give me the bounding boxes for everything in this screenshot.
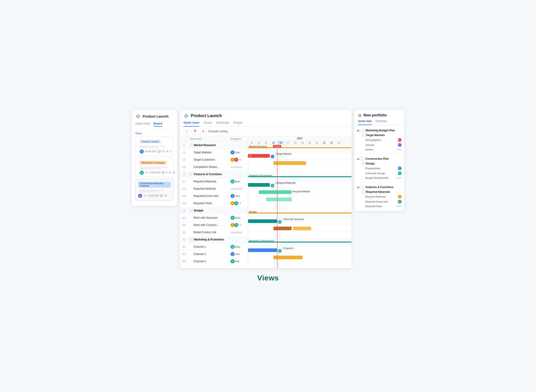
card-line-1b [140, 147, 158, 148]
chart-row-2-2: Required Method [248, 188, 352, 196]
gantt-row-2-4: 2.4 Required Team A B +2 [180, 200, 248, 207]
portfolio-tab-workload[interactable]: Workload [375, 120, 387, 125]
portfolio-icon: 🗂 [358, 113, 362, 117]
pf-icon-cp: 🗂 [357, 157, 359, 160]
design-dev-label: unas [397, 177, 402, 179]
day-14: 14 [263, 141, 270, 145]
card-footer-2: M +2 10.08.2020 💬 8 📎 10 [140, 171, 175, 175]
gantt-row-4-2: 4.2 Channel 2 J John [180, 251, 248, 258]
gantt-header: Product Launch ☆ Gantt chart Board Workl… [180, 110, 352, 127]
tab-board[interactable]: Board [204, 121, 212, 126]
pf-title-ff: Features & Functions [365, 186, 393, 189]
portfolio-tab-gantt[interactable]: Gantt view [358, 120, 372, 125]
expand-design[interactable]: − [362, 162, 365, 165]
avatar-wc-2: B [234, 223, 238, 227]
avatar-bar-rm: B [271, 183, 274, 188]
req-team-label: unas [397, 205, 402, 207]
pf-item-schematic: Schematic Design S [362, 171, 402, 176]
gantt-title-row: Product Launch ☆ [183, 113, 348, 119]
today-marker-label: Today [273, 145, 281, 148]
day-23: 23 [328, 141, 335, 145]
pf-section-mbp: 🗂 − Marketing Budget Plan − Target Marke… [354, 127, 404, 152]
gantt-row-4-3: 4.3 Channel 3 N Nick [180, 258, 248, 265]
expand-2[interactable]: − [190, 173, 193, 176]
chart-row-4-2 [248, 254, 352, 261]
section-label: Open [135, 132, 173, 135]
board-card-3[interactable]: Social Media Marketing Proposal S +2 10.… [135, 179, 173, 201]
avatar-bar-tm: J [271, 154, 274, 159]
main-container: Product Launch Gantt chart Board Open Pr… [132, 110, 404, 268]
bar-req-mat [248, 183, 270, 187]
chart-row-4-3 [248, 261, 352, 268]
avatar-john-1: J [230, 150, 234, 154]
divider-2 [354, 182, 404, 182]
label-ch1: | Channel 1 [282, 247, 294, 250]
tab-workload[interactable]: Workload [216, 121, 229, 126]
pf-item-req-methods: Required Methods R [362, 194, 402, 199]
day-15: 15 [270, 141, 277, 145]
attach-icon-2: 📎 [168, 171, 171, 174]
toolbar-btn-1[interactable]: ≡ [183, 129, 190, 134]
gantt-row-1-2: 1.2 Target Customers A B +2 [180, 156, 248, 163]
card-content-3: Social Media Marketing Proposal S +2 10.… [138, 182, 171, 198]
chart-row-4: Marketing & Promotion [248, 239, 352, 247]
bar-contract-2 [293, 227, 311, 230]
nav-board[interactable]: Board [153, 122, 162, 126]
comment-icon-1: 💬 [158, 150, 161, 153]
bar-target-customers [273, 161, 306, 165]
day-12: 12 [248, 141, 255, 145]
pf-subgroup-design: − Design Programming P Schematic Design … [357, 161, 402, 180]
avatar-demographics: D [398, 138, 402, 142]
chart-row-2-3 [248, 196, 352, 203]
portfolio-star-icon[interactable]: ☆ [388, 113, 391, 117]
chart-row-1-3 [248, 167, 352, 174]
card-attach-2: 10 [173, 171, 175, 174]
tab-people[interactable]: People [233, 121, 242, 126]
card-plus-3: +2 [144, 194, 146, 197]
expand-ff[interactable]: − [361, 186, 364, 189]
portfolio-tabs: Gantt view Workload [358, 120, 401, 125]
gantt-year: 2021 [248, 136, 352, 141]
tab-gantt-chart[interactable]: Gantt chart [183, 121, 199, 126]
card-tag-3: Social Media Marketing Proposal [138, 182, 171, 188]
gantt-row-1-3: 1.3 Competitors Resea... unassigned [180, 163, 248, 171]
board-card-1[interactable]: Product Launch A 08.08.2020 💬 16 📎 3 [135, 137, 173, 156]
gantt-row-3-3: 3.3 Model Product Life unassigned [180, 229, 248, 236]
expand-1[interactable]: − [190, 144, 193, 147]
board-panel: Product Launch Gantt chart Board Open Pr… [132, 110, 177, 206]
gantt-star-icon[interactable]: ☆ [224, 114, 227, 118]
expand-4[interactable]: − [190, 238, 193, 241]
avatar-brian-3: B [230, 245, 234, 249]
gantt-date-header: 2021 12 13 14 15 16 17 18 19 20 21 22 23 [248, 136, 352, 145]
attach-icon-1: 📎 [166, 150, 168, 153]
avatar-req-know: K [398, 200, 402, 204]
nav-gantt[interactable]: Gantt chart [135, 122, 150, 126]
day-20: 20 [306, 141, 313, 145]
comment-icon-3: 💬 [160, 194, 163, 197]
pf-reqmat-label: Required Materials [366, 190, 390, 193]
day-22: 22 [321, 141, 328, 145]
expand-reqmat[interactable]: − [362, 190, 365, 193]
expand-tm[interactable]: − [362, 134, 365, 137]
chart-row-3: Budget [248, 210, 352, 218]
gantt-row-1: 1 − Market Research [180, 142, 248, 149]
expand-3[interactable]: − [190, 209, 193, 212]
pf-subgroup-title-tm: − Target Markets [362, 133, 402, 137]
board-card-2[interactable]: Marketing Campaign M +2 10.08.2020 💬 8 📎… [135, 158, 173, 177]
toolbar-btn-2[interactable]: 📅 [192, 129, 198, 134]
expand-mbp[interactable]: − [361, 129, 364, 132]
gantt-row-4: 4 − Marketing & Promotion [180, 236, 248, 243]
pf-subgroup-reqmat: − Required Materials Required Methods R … [357, 190, 402, 208]
gantt-row-3: 3 − Budget [180, 207, 248, 214]
expand-cp[interactable]: − [361, 157, 364, 160]
avatar-john-3: J [230, 252, 234, 256]
toolbar-btn-3[interactable]: ⊞ [200, 129, 206, 134]
gantt-row-3-1: 3.1 Work with Sponsors B Brian [180, 214, 248, 222]
gantt-row-1-1: 1.1 Target Markets J John [180, 149, 248, 156]
avatar-schematic: S [398, 172, 402, 175]
pf-item-lifestyle: Lifestyle L [362, 142, 402, 147]
avatar-rt-2: B [234, 201, 238, 205]
pf-icon-ff: 🗂 [357, 186, 359, 188]
day-24: 24 [335, 141, 343, 145]
card-plus-2: +2 [145, 171, 148, 174]
